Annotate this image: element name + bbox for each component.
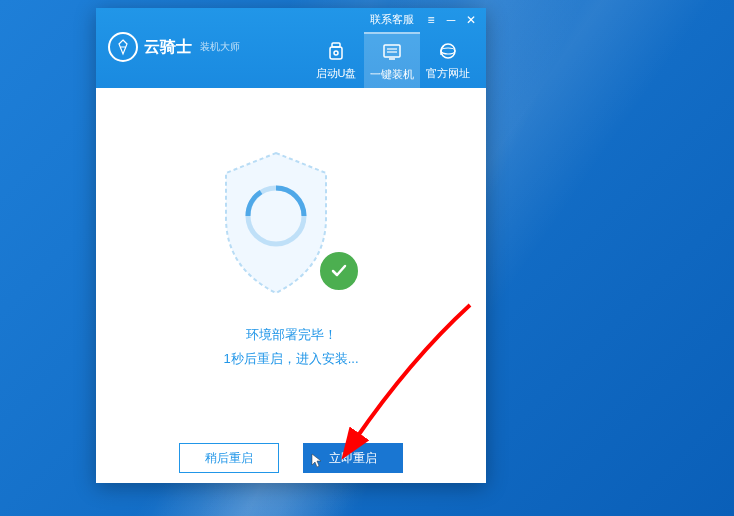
app-logo: 云骑士 装机大师 — [108, 32, 240, 62]
tab-one-click-install[interactable]: 一键装机 — [364, 32, 420, 88]
tab-official-site[interactable]: 官方网址 — [420, 32, 476, 88]
restart-later-button[interactable]: 稍后重启 — [179, 443, 279, 473]
mouse-cursor-icon — [311, 453, 323, 472]
tab-label: 启动U盘 — [316, 66, 357, 81]
close-icon[interactable]: ✕ — [464, 13, 478, 27]
tab-label: 官方网址 — [426, 66, 470, 81]
tab-label: 一键装机 — [370, 67, 414, 82]
status-message: 环境部署完毕！ — [246, 326, 337, 344]
svg-rect-1 — [330, 47, 342, 59]
app-window: 联系客服 ≡ ─ ✕ 云骑士 装机大师 启动U盘 一键装机 — [96, 8, 486, 483]
svg-rect-3 — [384, 45, 400, 57]
svg-point-2 — [334, 51, 338, 55]
restart-now-button[interactable]: 立即重启 — [303, 443, 403, 473]
app-header: 联系客服 ≡ ─ ✕ 云骑士 装机大师 启动U盘 一键装机 — [96, 8, 486, 88]
content-area: 环境部署完毕！ 1秒后重启，进入安装... 稍后重启 立即重启 — [96, 88, 486, 483]
svg-point-8 — [441, 48, 455, 54]
shield-graphic — [211, 148, 371, 308]
install-icon — [381, 41, 403, 63]
countdown-message: 1秒后重启，进入安装... — [223, 350, 358, 368]
usb-icon — [325, 40, 347, 62]
contact-support-link[interactable]: 联系客服 — [370, 12, 414, 27]
nav-tabs: 启动U盘 一键装机 官方网址 — [308, 32, 476, 88]
minimize-icon[interactable]: ─ — [444, 13, 458, 27]
button-label: 立即重启 — [329, 450, 377, 467]
action-buttons: 稍后重启 立即重启 — [179, 443, 403, 473]
logo-icon — [108, 32, 138, 62]
menu-icon[interactable]: ≡ — [424, 13, 438, 27]
app-subtitle: 装机大师 — [200, 40, 240, 54]
tab-boot-usb[interactable]: 启动U盘 — [308, 32, 364, 88]
titlebar: 联系客服 ≡ ─ ✕ — [362, 8, 486, 31]
success-check-icon — [317, 249, 361, 293]
ie-icon — [437, 40, 459, 62]
app-title: 云骑士 — [144, 37, 192, 58]
